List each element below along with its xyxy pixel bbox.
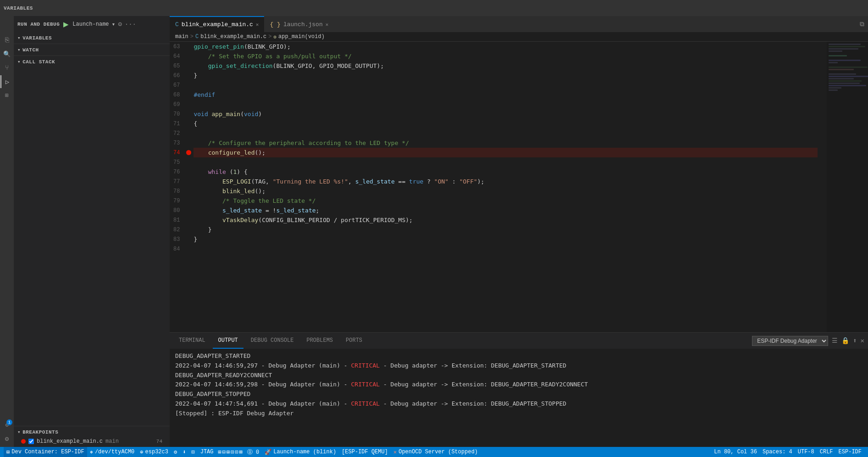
status-icons-group[interactable]: ⊞ ⊟ ⊞ ⊡ ⊡ ⊠ (216, 447, 244, 457)
jtag-label: JTAG (200, 449, 214, 455)
status-flash[interactable]: ⬇ (180, 447, 188, 457)
variables-section: ▾ VARIABLES (14, 32, 170, 44)
line-numbers: 63 64 65 66 67 68 69 70 71 72 73 74 75 7… (170, 42, 185, 332)
breadcrumb-sep2: > (268, 33, 271, 40)
breakpoints-header[interactable]: ▾ BREAKPOINTS (14, 427, 170, 437)
status-encoding[interactable]: UTF-8 (795, 447, 817, 457)
code-line-75 (194, 157, 818, 167)
run-debug-title: RUN AND DEBUG (17, 22, 60, 27)
call-stack-header[interactable]: ▾ CALL STACK (14, 57, 170, 67)
watch-chevron: ▾ (17, 47, 21, 53)
watch-label: WATCH (22, 47, 39, 53)
panel-action-lock[interactable]: 🔒 (841, 337, 849, 345)
tab-debug-console[interactable]: DEBUG CONSOLE (245, 333, 299, 349)
tab-close-blink[interactable]: ✕ (256, 22, 259, 28)
status-openocd[interactable]: ✕ OpenOCD Server (Stopped) (391, 447, 481, 457)
output-line-2: 2022-04-07 14:46:59,297 - Debug Adapter … (175, 361, 862, 371)
encoding-label: UTF-8 (798, 449, 814, 455)
breadcrumb-file[interactable]: blink_example_main.c (200, 33, 266, 40)
openocd-error-icon: ✕ (393, 449, 397, 456)
watch-header[interactable]: ▾ WATCH (14, 45, 170, 55)
output-line-1: DEBUG_ADAPTER_STARTED (175, 351, 862, 361)
breadcrumb-function[interactable]: app_main(void) (278, 33, 325, 40)
status-jtag[interactable]: JTAG (198, 447, 216, 457)
chip-label: esp32c3 (145, 449, 168, 455)
notification-badge: 1 (6, 419, 12, 425)
breakpoint-item[interactable]: blink_example_main.c main 74 (14, 437, 170, 446)
status-eol[interactable]: CRLF (817, 447, 836, 457)
breadcrumb-main[interactable]: main (175, 33, 188, 40)
variables-label: VARIABLES (22, 35, 52, 41)
panel-action-maximize[interactable]: ⬆ (853, 337, 857, 345)
status-build[interactable]: ⚙ (171, 447, 180, 457)
breakpoint-checkbox[interactable] (28, 439, 34, 444)
code-line-72 (194, 128, 818, 138)
breadcrumb-file-icon: C (195, 33, 199, 40)
tab-terminal[interactable]: TERMINAL (173, 333, 211, 349)
status-language[interactable]: ESP-IDF (836, 447, 864, 457)
code-line-69 (194, 100, 818, 109)
tab-ports[interactable]: PORTS (340, 333, 368, 349)
activity-remote[interactable]: ⚙ 1 (0, 418, 13, 431)
container-label: Dev Container: ESP-IDF (11, 449, 84, 455)
code-content[interactable]: gpio_reset_pin(BLINK_GPIO); /* Set the G… (194, 42, 827, 332)
adapter-select[interactable]: ESP-IDF Debug Adapter (752, 336, 828, 346)
status-icon4: ⊡ (231, 449, 234, 456)
output-line-7: [Stopped] : ESP-IDF Debug Adapter (175, 409, 862, 418)
json-file-icon: { } (270, 21, 280, 28)
tab-output[interactable]: OUTPUT (213, 333, 243, 349)
code-line-66: } (194, 71, 818, 80)
launch-name-label: Launch-name (72, 21, 109, 28)
split-editor-icon[interactable]: ⧉ (860, 21, 864, 28)
activity-source-control[interactable]: ⑂ (0, 61, 13, 74)
code-line-68: #endif (194, 90, 818, 100)
call-stack-section: ▾ CALL STACK (14, 56, 170, 426)
code-line-65: gpio_set_direction(BLINK_GPIO, GPIO_MODE… (194, 61, 818, 71)
breakpoints-label: BREAKPOINTS (22, 429, 58, 435)
activity-run[interactable]: ▷ (0, 75, 13, 88)
status-icon5: ⊡ (235, 449, 238, 456)
status-icon2: ⊟ (222, 449, 226, 456)
breadcrumb-sep1: > (190, 33, 194, 40)
breakpoint-gutter (185, 42, 194, 332)
monitor-icon: ⊡ (191, 449, 194, 456)
code-line-73: /* Configure the peripheral according to… (194, 138, 818, 148)
status-launch[interactable]: 🚀 Launch-name (blink) (262, 447, 339, 457)
status-icon6: ⊠ (239, 449, 243, 456)
tab-launch-json[interactable]: { } launch.json ✕ (264, 16, 334, 32)
activity-bar: ⎘ 🔍 ⑂ ▷ ⊞ ⚙ 1 ⚙ (0, 32, 14, 447)
activity-search[interactable]: 🔍 (0, 48, 13, 61)
status-spaces[interactable]: Spaces: 4 (760, 447, 795, 457)
panel-action-close[interactable]: ✕ (861, 337, 864, 345)
status-chip[interactable]: ⊕ esp32c3 (137, 447, 171, 457)
tab-blink-main[interactable]: C blink_example_main.c ✕ (170, 16, 264, 32)
tab-problems[interactable]: PROBLEMS (301, 333, 338, 349)
gear-icon[interactable]: ⚙ (118, 20, 122, 28)
status-position[interactable]: Ln 80, Col 36 (711, 447, 760, 457)
status-errors[interactable]: ⓪ 0 (244, 447, 262, 457)
status-device[interactable]: ⎈ /dev/ttyACM0 (87, 447, 138, 457)
status-container[interactable]: ⊞ Dev Container: ESP-IDF (4, 447, 87, 457)
activity-explorer[interactable]: ⎘ (0, 34, 13, 47)
status-qemu[interactable]: [ESP-IDF QEMU] (339, 447, 391, 457)
code-line-77: ESP_LOGI(TAG, "Turning the LED %s!", s_l… (194, 177, 818, 186)
code-line-64: /* Set the GPIO as a push/pull output */ (194, 51, 818, 61)
more-actions-icon[interactable]: ··· (125, 21, 136, 28)
activity-extensions[interactable]: ⊞ (0, 89, 13, 102)
activity-settings[interactable]: ⚙ (0, 432, 13, 445)
code-line-82: } (194, 225, 818, 234)
status-monitor[interactable]: ⊡ (188, 447, 197, 457)
breakpoint-file: blink_example_main.c (37, 438, 103, 445)
code-line-67 (194, 80, 818, 90)
c-file-icon: C (175, 21, 179, 28)
panel-action-list[interactable]: ☰ (832, 337, 838, 345)
code-line-80: s_led_state = !s_led_state; (194, 206, 818, 215)
breadcrumb-function-icon: ⊙ (273, 34, 276, 40)
breakpoints-section: ▾ BREAKPOINTS blink_example_main.c main … (14, 426, 170, 447)
run-debug-button[interactable]: ▶ (62, 20, 70, 28)
chip-icon: ⊕ (140, 449, 143, 456)
launch-chevron[interactable]: ▾ (112, 21, 116, 28)
tab-close-launch[interactable]: ✕ (326, 22, 329, 28)
variables-header[interactable]: ▾ VARIABLES (14, 33, 170, 43)
code-editor-container: 63 64 65 66 67 68 69 70 71 72 73 74 75 7… (170, 42, 868, 332)
